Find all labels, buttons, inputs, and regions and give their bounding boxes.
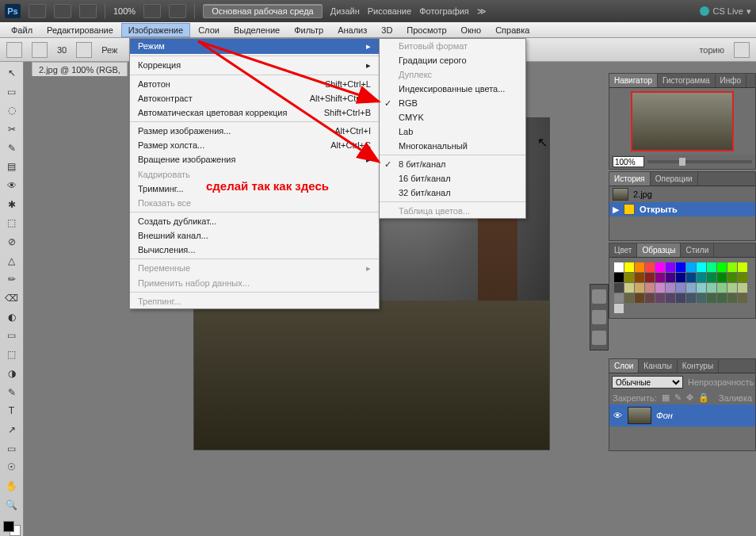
launch-minibridge-button[interactable] <box>54 4 71 18</box>
tab-actions[interactable]: Операции <box>651 172 698 186</box>
panel-icon-1[interactable] <box>592 289 606 304</box>
submenu-item[interactable]: Lab <box>380 124 525 139</box>
lock-move-icon[interactable]: ✥ <box>686 392 693 403</box>
submenu-item[interactable]: Градации серого <box>380 53 525 67</box>
workspace-photo[interactable]: Фотография <box>419 6 469 16</box>
tool-13[interactable]: ◐ <box>3 309 21 325</box>
submenu-item[interactable]: Индексированные цвета... <box>380 82 525 96</box>
layer-row-background[interactable]: 👁 Фон <box>609 404 755 427</box>
swatch[interactable] <box>727 283 737 293</box>
tool-19[interactable]: ↗ <box>3 422 21 438</box>
blend-mode-select[interactable]: Обычные <box>612 376 683 389</box>
swatch[interactable] <box>614 304 624 313</box>
tab-info[interactable]: Инфо <box>716 74 747 87</box>
menu-item[interactable]: Размер изображения...Alt+Ctrl+I <box>130 124 379 138</box>
swatch[interactable] <box>697 262 706 272</box>
menu-фильтр[interactable]: Фильтр <box>288 24 330 36</box>
swatch[interactable] <box>738 262 747 272</box>
swatch[interactable] <box>686 283 696 293</box>
swatch[interactable] <box>727 273 737 282</box>
color-swatch[interactable] <box>3 521 21 536</box>
swatch[interactable] <box>697 293 706 303</box>
submenu-item[interactable]: 8 бит/канал <box>380 157 525 171</box>
tool-4[interactable]: ✎ <box>3 140 21 156</box>
visibility-eye-icon[interactable]: 👁 <box>612 411 623 420</box>
menu-item[interactable]: Вращение изображения▸ <box>130 152 379 167</box>
tool-9[interactable]: ⊘ <box>3 234 21 250</box>
tool-5[interactable]: ▤ <box>3 159 21 174</box>
menu-изображение[interactable]: Изображение <box>121 23 190 37</box>
tab-layers[interactable]: Слои <box>609 359 639 373</box>
tab-navigator[interactable]: Навигатор <box>609 74 658 87</box>
tab-styles[interactable]: Стили <box>681 243 714 257</box>
tool-2[interactable]: ◌ <box>3 102 21 118</box>
menu-окно[interactable]: Окно <box>455 24 488 36</box>
tool-20[interactable]: ▭ <box>3 441 21 457</box>
tool-3[interactable]: ✂ <box>3 121 21 137</box>
swatch[interactable] <box>686 273 696 282</box>
tool-23[interactable]: 🔍 <box>3 497 21 513</box>
tab-histogram[interactable]: Гистограмма <box>658 74 716 87</box>
tool-17[interactable]: ✎ <box>3 385 21 400</box>
swatch[interactable] <box>676 293 685 303</box>
panel-icon-3[interactable] <box>592 331 606 345</box>
menu-item-mode[interactable]: Режим ▸ <box>130 39 379 54</box>
swatch[interactable] <box>697 283 706 293</box>
submenu-item[interactable]: CMYK <box>380 110 525 124</box>
workspace-drawing[interactable]: Рисование <box>368 6 411 16</box>
menu-item[interactable]: АвтоконтрастAlt+Shift+Ctrl+L <box>130 91 379 105</box>
swatch[interactable] <box>624 273 634 282</box>
submenu-item[interactable]: 32 бит/канал <box>380 186 525 200</box>
menu-item[interactable]: Вычисления... <box>130 243 379 257</box>
menu-выделение[interactable]: Выделение <box>227 24 286 36</box>
swatch[interactable] <box>635 293 644 303</box>
swatch[interactable] <box>624 262 634 272</box>
swatch[interactable] <box>614 293 624 303</box>
tool-16[interactable]: ◑ <box>3 366 21 381</box>
arrange-docs-button[interactable] <box>143 4 161 18</box>
tool-12[interactable]: ⌫ <box>3 290 21 306</box>
swatch[interactable] <box>717 283 727 293</box>
lock-all-icon[interactable]: 🔒 <box>698 392 709 403</box>
swatch[interactable] <box>666 293 675 303</box>
swatch[interactable] <box>727 262 737 272</box>
swatch[interactable] <box>655 283 665 293</box>
brush-preview[interactable] <box>32 42 48 58</box>
swatch[interactable] <box>645 262 655 272</box>
zoom-level[interactable]: 100% <box>113 6 136 16</box>
tool-15[interactable]: ⬚ <box>3 346 21 362</box>
submenu-item[interactable]: Многоканальный <box>380 139 525 153</box>
tool-11[interactable]: ✏ <box>3 272 21 288</box>
tab-paths[interactable]: Контуры <box>678 359 719 373</box>
submenu-item[interactable]: RGB <box>380 96 525 110</box>
launch-bridge-button[interactable] <box>29 4 46 18</box>
screen-mode-button[interactable] <box>169 4 186 18</box>
lock-brush-icon[interactable]: ✎ <box>674 392 682 403</box>
swatch[interactable] <box>686 262 696 272</box>
swatch[interactable] <box>738 273 747 282</box>
menu-item[interactable]: Размер холста...Alt+Ctrl+C <box>130 138 379 152</box>
swatch[interactable] <box>676 273 685 282</box>
workspace-active-button[interactable]: Основная рабочая среда <box>203 4 323 18</box>
menu-файл[interactable]: Файл <box>5 24 39 36</box>
menu-item[interactable]: Создать дубликат... <box>130 214 379 228</box>
tab-history[interactable]: История <box>609 172 651 186</box>
tool-10[interactable]: △ <box>3 253 21 269</box>
cs-live-button[interactable]: CS Live▾ <box>700 6 751 17</box>
swatch[interactable] <box>707 262 716 272</box>
swatch[interactable] <box>655 293 665 303</box>
swatch[interactable] <box>666 283 675 293</box>
swatch[interactable] <box>635 273 644 282</box>
swatch[interactable] <box>614 273 624 282</box>
swatch[interactable] <box>707 293 716 303</box>
swatch[interactable] <box>707 273 716 282</box>
tool-preset-button[interactable] <box>6 42 22 58</box>
workspace-design[interactable]: Дизайн <box>330 6 360 16</box>
tablet-pressure-button[interactable] <box>734 42 750 58</box>
history-snapshot[interactable]: 2.jpg <box>609 186 755 202</box>
swatch[interactable] <box>717 293 727 303</box>
swatch[interactable] <box>717 273 727 282</box>
tab-color[interactable]: Цвет <box>609 243 637 257</box>
tool-22[interactable]: ✋ <box>3 478 21 494</box>
panel-icon-2[interactable] <box>592 310 606 324</box>
